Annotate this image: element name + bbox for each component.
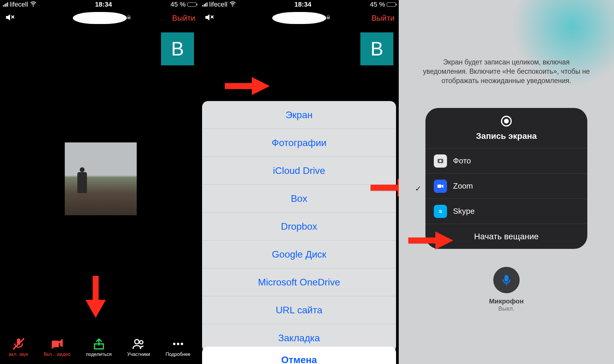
call-navbar: Выйти [199, 9, 399, 27]
microphone-icon [493, 267, 520, 293]
svg-point-6 [135, 339, 139, 344]
clock: 18:34 [294, 1, 311, 8]
battery-icon [387, 2, 396, 7]
svg-text:S: S [439, 209, 442, 214]
share-action-sheet: Экран Фотографии iCloud Drive Box Dropbo… [202, 101, 396, 364]
status-bar: lifecell 18:34 45 % [199, 0, 399, 9]
microphone-toggle[interactable]: Микрофон Выкл. [489, 267, 523, 312]
shared-content-thumbnail[interactable] [65, 142, 137, 215]
participant-avatar-tile[interactable]: B [161, 32, 194, 65]
svg-rect-18 [505, 276, 508, 281]
avatar-letter: B [171, 38, 184, 60]
skype-app-icon: S [434, 205, 447, 218]
meeting-title-redacted [73, 12, 127, 24]
panel-share-sheet: lifecell 18:34 45 % Выйти B Экр [199, 0, 399, 364]
panel-zoom-call: lifecell 18:34 45 % Выйти B вкл. [0, 0, 199, 364]
clock: 18:34 [95, 1, 112, 8]
sheet-item-icloud[interactable]: iCloud Drive [202, 157, 396, 185]
avatar-letter: B [371, 38, 383, 60]
svg-point-8 [173, 343, 175, 345]
sheet-item-googledrive[interactable]: Google Диск [202, 240, 396, 268]
mic-label: Микрофон [489, 297, 523, 305]
photo-app-icon [434, 154, 447, 168]
svg-point-7 [140, 341, 143, 344]
sheet-item-onedrive[interactable]: Microsoft OneDrive [202, 268, 396, 296]
broadcast-app-photo[interactable]: Фото [425, 148, 587, 173]
carrier-label: lifecell [10, 1, 28, 8]
leave-button[interactable]: Выйти [371, 13, 395, 23]
status-bar: lifecell 18:34 45 % [0, 0, 199, 9]
wifi-icon [229, 1, 236, 9]
record-icon [501, 116, 512, 127]
annotation-arrow-right [408, 231, 453, 249]
annotation-arrow-right [371, 179, 399, 197]
carrier-label: lifecell [209, 1, 228, 8]
sheet-item-photos[interactable]: Фотографии [202, 129, 396, 157]
zoom-app-icon [434, 180, 447, 193]
lock-icon [326, 14, 331, 21]
annotation-arrow-down [85, 276, 106, 318]
broadcast-app-zoom[interactable]: Zoom [425, 173, 587, 198]
panel-broadcast-picker: Экран будет записан целиком, включая уве… [399, 0, 614, 364]
toolbar-video-button[interactable]: Вкл....видео [44, 337, 71, 357]
battery-icon [187, 2, 196, 7]
toolbar-more-button[interactable]: Подробнее [165, 337, 190, 357]
meeting-title-redacted [272, 12, 326, 24]
broadcast-notice-text: Экран будет записан целиком, включая уве… [422, 58, 590, 85]
svg-point-9 [177, 343, 179, 345]
participant-avatar-tile[interactable]: B [360, 32, 393, 65]
lock-icon [126, 14, 132, 21]
svg-rect-15 [437, 184, 441, 188]
sheet-item-screen[interactable]: Экран [202, 101, 396, 129]
selected-check-icon: ✓ [415, 184, 422, 193]
svg-point-14 [439, 160, 442, 162]
battery-pct: 45 % [171, 1, 186, 8]
battery-pct: 45 % [370, 1, 385, 8]
toolbar-participants-button[interactable]: Участники [127, 337, 150, 357]
sheet-item-box[interactable]: Box [202, 185, 396, 213]
sheet-item-dropbox[interactable]: Dropbox [202, 213, 396, 240]
signal-icon [202, 2, 207, 7]
leave-button[interactable]: Выйти [172, 13, 195, 23]
call-navbar: Выйти [0, 9, 199, 27]
app-label: Zoom [453, 181, 473, 191]
speaker-muted-icon[interactable] [204, 12, 214, 24]
broadcast-app-skype[interactable]: S Skype [425, 198, 587, 224]
app-label: Skype [453, 207, 475, 216]
sheet-item-url[interactable]: URL сайта [202, 296, 396, 324]
svg-point-10 [180, 343, 183, 345]
toolbar-share-button[interactable]: поделиться [86, 337, 112, 357]
toolbar-mute-button[interactable]: вкл. звук [9, 337, 28, 357]
mic-state: Выкл. [489, 305, 523, 312]
broadcast-title: Запись экрана [425, 131, 587, 141]
call-toolbar: вкл. звук Вкл....видео поделиться Участн… [0, 330, 199, 364]
signal-icon [3, 2, 8, 7]
sheet-cancel-button[interactable]: Отмена [202, 347, 396, 364]
annotation-arrow-right [225, 77, 270, 95]
speaker-muted-icon[interactable] [4, 12, 15, 24]
broadcast-app-list: Фото Zoom S Skype [425, 148, 587, 224]
wifi-icon [30, 1, 37, 9]
app-label: Фото [453, 156, 471, 166]
broadcast-picker-card: Запись экрана Фото Zoom S Skype [425, 108, 587, 249]
